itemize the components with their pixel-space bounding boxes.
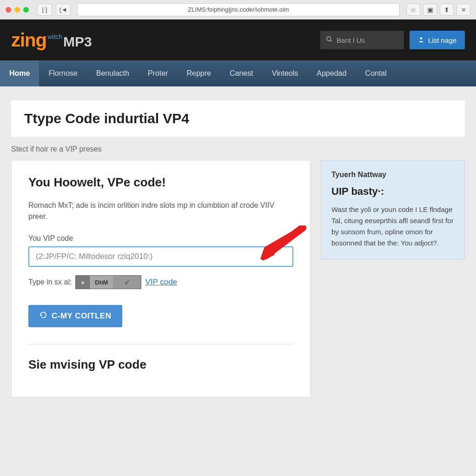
content-area: Ttype Code indurtial VP4 Stect if hoir r… [0, 86, 476, 476]
nav-contal[interactable]: Contal [356, 60, 396, 86]
sidebar-text: Wast the yoli or youn code I LE flndage … [331, 204, 454, 249]
code-input-wrap [28, 246, 293, 267]
quantity-stepper[interactable]: + DhM ✓ [75, 275, 141, 289]
share-icon: ⬆ [444, 6, 450, 13]
stepper-value: DhM [90, 276, 113, 289]
vip-code-input[interactable] [28, 246, 293, 267]
sidebar-label: Tyuerh Nattway [331, 171, 454, 179]
page-title-box: Ttype Code indurtial VP4 [11, 100, 465, 137]
reader-icon: ▣ [427, 6, 433, 13]
forward-icon: (◄ [59, 6, 67, 13]
type-label: Type in sx al: [28, 278, 72, 286]
nav-home[interactable]: Home [0, 60, 39, 86]
menu-button[interactable]: ≡ [456, 4, 470, 16]
search-placeholder: Bant l Us [337, 36, 365, 44]
site-header: zing witch MP3 Bant l Us List nage [0, 20, 476, 60]
search-icon [326, 36, 333, 44]
card-heading: You Hoowelt, VPe code! [28, 175, 293, 190]
refresh-icon [40, 311, 47, 321]
chrome-right-controls: ☆ ▣ ⬆ ≡ [406, 4, 470, 16]
login-label: List nage [428, 36, 456, 44]
logo-mp3: MP3 [63, 34, 92, 50]
check-icon: ✓ [124, 278, 130, 287]
divider [28, 344, 293, 344]
nav-proter[interactable]: Proter [139, 60, 178, 86]
two-column-layout: You Hoowelt, VPe code! Romach MxT; ade i… [11, 160, 465, 397]
login-button[interactable]: List nage [410, 31, 465, 49]
star-icon: ☆ [410, 6, 416, 13]
bookmark-button[interactable]: ☆ [406, 4, 420, 16]
submit-button[interactable]: C-MY COITLEN [28, 305, 122, 327]
browser-chrome: [·] (◄ ZLIMS:foiphing|jns.code//iohmote.… [0, 0, 476, 20]
share-button[interactable]: ⬆ [440, 4, 454, 16]
back-icon: [·] [42, 6, 47, 13]
sidebar-column: Tyuerh Nattway UIP basty·: Wast the yoli… [321, 160, 465, 397]
page-title: Ttype Code indurtial VP4 [24, 111, 452, 126]
logo-witch: witch [47, 33, 62, 40]
reader-button[interactable]: ▣ [423, 4, 437, 16]
main-nav: Home Flornose Benulacth Proter Reppre Ca… [0, 60, 476, 86]
sidebar-info-box: Tyuerh Nattway UIP basty·: Wast the yoli… [321, 160, 465, 259]
menu-icon: ≡ [462, 6, 465, 13]
section2-title: Sie mvising VP code [28, 357, 293, 372]
nav-appedad[interactable]: Appedad [307, 60, 356, 86]
code-field-label: You VIP code [28, 234, 293, 243]
type-row: Type in sx al: + DhM ✓ VIP code [28, 275, 293, 289]
user-icon [418, 36, 424, 44]
page-subtitle: Stect if hoir re a VIP preses [11, 145, 465, 153]
svg-point-2 [420, 37, 423, 40]
nav-flornose[interactable]: Flornose [39, 60, 86, 86]
logo[interactable]: zing witch MP3 [11, 30, 92, 51]
card-description: Romach MxT; ade is incim orlition indre … [28, 200, 293, 222]
plus-icon: + [80, 278, 85, 286]
svg-point-0 [327, 37, 331, 41]
stepper-confirm[interactable]: ✓ [113, 276, 141, 289]
svg-line-1 [330, 40, 331, 41]
url-bar[interactable]: ZLIMS:foiphing|jns.code//iohmote.oim [77, 3, 400, 16]
nav-canest[interactable]: Canest [220, 60, 263, 86]
nav-vinteols[interactable]: Vinteols [263, 60, 308, 86]
vip-code-link[interactable]: VIP code [145, 278, 177, 287]
logo-zing: zing [11, 30, 46, 51]
maximize-window-icon[interactable] [23, 7, 29, 13]
back-button[interactable]: [·] [37, 4, 52, 16]
sidebar-title: UIP basty·: [331, 185, 454, 198]
header-right: Bant l Us List nage [320, 31, 465, 49]
url-text: ZLIMS:foiphing|jns.code//iohmote.oim [188, 6, 289, 13]
nav-benulacth[interactable]: Benulacth [87, 60, 139, 86]
main-column: You Hoowelt, VPe code! Romach MxT; ade i… [11, 160, 311, 397]
close-window-icon[interactable] [6, 7, 11, 13]
submit-label: C-MY COITLEN [52, 311, 111, 321]
traffic-lights [6, 7, 29, 13]
nav-reppre[interactable]: Reppre [177, 60, 220, 86]
stepper-plus-button[interactable]: + [76, 276, 90, 289]
search-box[interactable]: Bant l Us [320, 31, 404, 49]
forward-button[interactable]: (◄ [56, 4, 71, 16]
code-entry-card: You Hoowelt, VPe code! Romach MxT; ade i… [11, 160, 311, 397]
minimize-window-icon[interactable] [14, 7, 20, 13]
